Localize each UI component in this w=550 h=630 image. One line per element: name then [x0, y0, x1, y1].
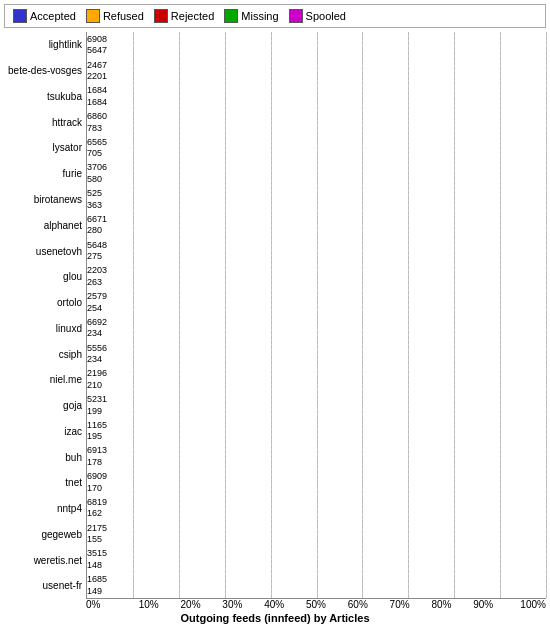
- bar-accepted-label: 1165: [87, 421, 107, 431]
- y-label: bete-des-vosges: [4, 58, 86, 84]
- y-label: httrack: [4, 109, 86, 135]
- y-label: birotanews: [4, 187, 86, 213]
- bar-accepted-label: 6860: [87, 112, 107, 122]
- bar-accepted-label: 6819: [87, 498, 107, 508]
- y-label: buh: [4, 444, 86, 470]
- missing-color-swatch: [224, 9, 238, 23]
- bar-accepted-label: 525: [87, 189, 102, 199]
- spooled-color-swatch: [289, 9, 303, 23]
- y-label: nntp4: [4, 496, 86, 522]
- bars-area: 6908564724672201168416846860783656570537…: [86, 32, 546, 599]
- x-axis-label: 80%: [421, 599, 463, 610]
- x-axis-label: 30%: [211, 599, 253, 610]
- bar-accepted-label: 6692: [87, 318, 107, 328]
- bar-refused-label: 254: [87, 303, 102, 313]
- bar-accepted-label: 5648: [87, 241, 107, 251]
- legend-refused: Refused: [86, 9, 144, 23]
- legend-rejected-label: Rejected: [171, 10, 214, 22]
- legend-rejected: Rejected: [154, 9, 214, 23]
- y-label: niel.me: [4, 367, 86, 393]
- bar-accepted-label: 2467: [87, 61, 107, 71]
- bar-accepted-label: 3706: [87, 163, 107, 173]
- x-axis-label: 40%: [253, 599, 295, 610]
- x-axis-label: 60%: [337, 599, 379, 610]
- y-label: lysator: [4, 135, 86, 161]
- legend-spooled: Spooled: [289, 9, 346, 23]
- gridline: [225, 32, 226, 598]
- bar-accepted-label: 6909: [87, 472, 107, 482]
- bar-accepted-label: 2196: [87, 369, 107, 379]
- bar-accepted-label: 3515: [87, 549, 107, 559]
- x-axis-labels: 0%10%20%30%40%50%60%70%80%90%100%: [86, 599, 546, 610]
- bar-accepted-label: 6913: [87, 446, 107, 456]
- y-label: alphanet: [4, 212, 86, 238]
- bar-refused-label: 275: [87, 251, 102, 261]
- gridline: [408, 32, 409, 598]
- bar-refused-label: 234: [87, 328, 102, 338]
- y-axis-labels: lightlinkbete-des-vosgestsukubahttrackly…: [4, 32, 86, 599]
- bar-refused-label: 580: [87, 174, 102, 184]
- bar-accepted-label: 6671: [87, 215, 107, 225]
- bar-accepted-label: 1685: [87, 575, 107, 585]
- refused-color-swatch: [86, 9, 100, 23]
- y-label: ortolo: [4, 290, 86, 316]
- bar-refused-label: 162: [87, 508, 102, 518]
- gridline: [546, 32, 547, 598]
- y-label: tsukuba: [4, 84, 86, 110]
- bar-accepted-label: 1684: [87, 86, 107, 96]
- x-axis-label: 0%: [86, 599, 128, 610]
- chart-title: Outgoing feeds (innfeed) by Articles: [4, 612, 546, 624]
- bar-accepted-label: 5556: [87, 344, 107, 354]
- bar-accepted-label: 2203: [87, 266, 107, 276]
- gridline: [362, 32, 363, 598]
- y-label: gegeweb: [4, 522, 86, 548]
- y-label: furie: [4, 161, 86, 187]
- y-label: weretis.net: [4, 547, 86, 573]
- gridline: [317, 32, 318, 598]
- bar-refused-label: 149: [87, 586, 102, 596]
- gridline: [454, 32, 455, 598]
- bar-refused-label: 2201: [87, 71, 107, 81]
- legend-accepted-label: Accepted: [30, 10, 76, 22]
- legend: Accepted Refused Rejected Missing Spoole…: [4, 4, 546, 28]
- bar-refused-label: 280: [87, 225, 102, 235]
- legend-accepted: Accepted: [13, 9, 76, 23]
- gridline: [271, 32, 272, 598]
- bar-refused-label: 155: [87, 534, 102, 544]
- y-label: usenetovh: [4, 238, 86, 264]
- bar-accepted-label: 6908: [87, 35, 107, 45]
- rejected-color-swatch: [154, 9, 168, 23]
- bar-refused-label: 5647: [87, 45, 107, 55]
- x-axis-label: 70%: [379, 599, 421, 610]
- x-axis-label: 90%: [462, 599, 504, 610]
- x-axis-label: 50%: [295, 599, 337, 610]
- y-label: csiph: [4, 341, 86, 367]
- x-axis-label: 10%: [128, 599, 170, 610]
- legend-missing-label: Missing: [241, 10, 278, 22]
- gridline: [133, 32, 134, 598]
- bar-accepted-label: 6565: [87, 138, 107, 148]
- bar-refused-label: 195: [87, 431, 102, 441]
- y-label: usenet-fr: [4, 573, 86, 599]
- chart-container: Accepted Refused Rejected Missing Spoole…: [0, 0, 550, 630]
- y-label: lightlink: [4, 32, 86, 58]
- x-axis-label: 100%: [504, 599, 546, 610]
- bar-refused-label: 210: [87, 380, 102, 390]
- bar-accepted-label: 2175: [87, 524, 107, 534]
- y-label: goja: [4, 393, 86, 419]
- gridline: [179, 32, 180, 598]
- bar-refused-label: 199: [87, 406, 102, 416]
- bar-refused-label: 783: [87, 123, 102, 133]
- x-axis-label: 20%: [170, 599, 212, 610]
- y-label: linuxd: [4, 315, 86, 341]
- bar-refused-label: 1684: [87, 97, 107, 107]
- y-label: izac: [4, 418, 86, 444]
- y-label: tnet: [4, 470, 86, 496]
- bar-accepted-label: 5231: [87, 395, 107, 405]
- accepted-color-swatch: [13, 9, 27, 23]
- bar-refused-label: 705: [87, 148, 102, 158]
- bar-refused-label: 148: [87, 560, 102, 570]
- bar-refused-label: 178: [87, 457, 102, 467]
- legend-missing: Missing: [224, 9, 278, 23]
- bar-refused-label: 170: [87, 483, 102, 493]
